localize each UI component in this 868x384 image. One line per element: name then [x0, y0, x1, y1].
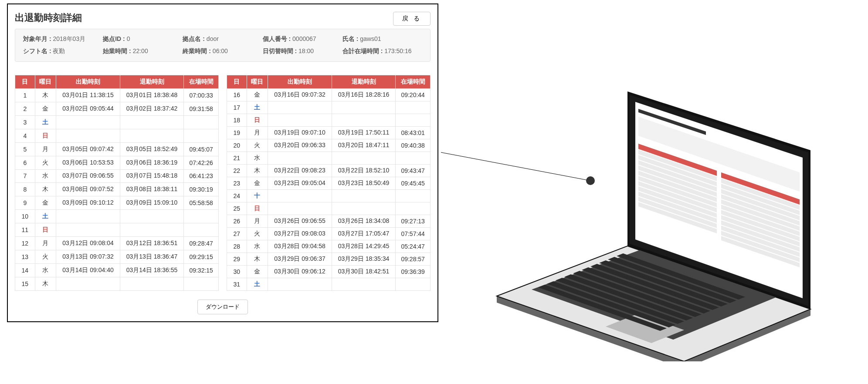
cell-in: 03月01日 11:38:15	[56, 89, 120, 102]
cell-out	[120, 223, 184, 237]
cell-dur: 06:41:23	[184, 169, 219, 183]
table-row: 8木03月08日 09:07:5203月08日 18:38:1109:30:19	[15, 183, 219, 196]
cell-dur: 09:30:19	[184, 183, 219, 196]
cell-in	[268, 202, 332, 215]
cell-in: 03月14日 09:04:40	[56, 263, 120, 277]
back-button[interactable]: 戻 る	[393, 12, 431, 26]
cell-out: 03月14日 18:36:55	[120, 263, 184, 277]
cell-dow: 水	[35, 263, 56, 277]
cell-dur: 07:57:44	[396, 228, 431, 240]
cell-out: 03月23日 18:50:49	[332, 177, 396, 190]
table-row: 18日	[227, 114, 431, 127]
table-row: 25日	[227, 202, 431, 215]
cell-dow: 月	[247, 215, 268, 228]
cell-day: 17	[227, 101, 247, 114]
table-row: 17土	[227, 101, 431, 114]
meta-value: 2018年03月	[53, 35, 85, 42]
table-row: 19月03月19日 09:07:1003月19日 17:50:1108:43:0…	[227, 127, 431, 139]
cell-dur	[184, 223, 219, 237]
table-row: 26月03月26日 09:06:5503月26日 18:34:0809:27:1…	[227, 215, 431, 228]
cell-dur	[184, 115, 219, 129]
cell-dur: 09:28:47	[184, 237, 219, 250]
cell-dow: 火	[35, 156, 56, 169]
cell-dur	[396, 190, 431, 202]
table-row: 27火03月27日 09:08:0303月27日 17:05:4707:57:4…	[227, 228, 431, 240]
cell-dow: 木	[35, 277, 56, 290]
cell-dur: 05:58:58	[184, 196, 219, 210]
meta-cell: 拠点ID : 0	[103, 35, 183, 43]
meta-cell: 始業時間 : 22:00	[103, 47, 183, 55]
cell-day: 1	[15, 89, 35, 102]
meta-cell: 拠点名 : door	[183, 35, 262, 43]
meta-label: 拠点名 :	[183, 35, 206, 42]
cell-out: 03月27日 17:05:47	[332, 228, 396, 240]
meta-value: door	[207, 35, 219, 42]
download-button[interactable]: ダウンロード	[197, 300, 248, 314]
cell-out: 03月29日 18:35:34	[332, 253, 396, 266]
cell-in	[56, 129, 120, 142]
meta-label: 拠点ID :	[103, 35, 126, 42]
cell-in	[56, 115, 120, 129]
cell-in	[268, 101, 332, 114]
cell-dur: 09:32:15	[184, 263, 219, 277]
cell-dow: 金	[247, 177, 268, 190]
cell-day: 2	[15, 102, 35, 115]
col-dur: 在場時間	[184, 75, 219, 89]
cell-out: 03月01日 18:38:48	[120, 89, 184, 102]
cell-dow: 木	[35, 183, 56, 196]
cell-dur	[396, 152, 431, 165]
cell-day: 12	[15, 237, 35, 250]
cell-day: 21	[227, 152, 247, 165]
cell-day: 24	[227, 190, 247, 202]
cell-day: 10	[15, 210, 35, 223]
cell-out: 03月13日 18:36:47	[120, 250, 184, 264]
cell-dur: 09:29:15	[184, 250, 219, 264]
meta-label: 終業時間 :	[183, 47, 212, 54]
meta-label: 始業時間 :	[103, 47, 132, 54]
cell-dow: 金	[247, 89, 268, 101]
cell-dow: 金	[35, 102, 56, 115]
cell-day: 15	[15, 277, 35, 290]
cell-in: 03月05日 09:07:42	[56, 142, 120, 156]
meta-cell: 日切替時間 : 18:00	[263, 47, 342, 55]
table-row: 11日	[15, 223, 219, 237]
connector-dot	[586, 176, 595, 185]
cell-day: 18	[227, 114, 247, 127]
meta-value: gaws01	[360, 35, 381, 42]
cell-dur	[184, 210, 219, 223]
cell-dur: 07:00:33	[184, 89, 219, 102]
cell-in: 03月16日 09:07:32	[268, 89, 332, 101]
table-row: 23金03月23日 09:05:0403月23日 18:50:4909:45:4…	[227, 177, 431, 190]
cell-in	[56, 210, 120, 223]
cell-day: 4	[15, 129, 35, 142]
cell-out: 03月20日 18:47:11	[332, 139, 396, 152]
cell-out	[332, 152, 396, 165]
cell-dur: 09:40:38	[396, 139, 431, 152]
attendance-detail-panel: 出退勤時刻詳細 戻 る 対象年月 : 2018年03月拠点ID : 0拠点名 :…	[7, 3, 438, 322]
table-row: 15木	[15, 277, 219, 290]
cell-dow: 日	[247, 202, 268, 215]
table-row: 16金03月16日 09:07:3203月16日 18:28:1609:20:4…	[227, 89, 431, 101]
col-day: 日	[15, 75, 35, 89]
cell-out: 03月28日 14:29:45	[332, 240, 396, 253]
cell-out	[332, 202, 396, 215]
cell-in: 03月12日 09:08:04	[56, 237, 120, 250]
table-row: 4日	[15, 129, 219, 142]
meta-label: 日切替時間 :	[263, 47, 298, 54]
cell-dur: 09:31:58	[184, 102, 219, 115]
meta-value: 22:00	[133, 47, 148, 54]
cell-out: 03月06日 18:36:19	[120, 156, 184, 169]
cell-in	[268, 114, 332, 127]
cell-in: 03月02日 09:05:44	[56, 102, 120, 115]
table-row: 3土	[15, 115, 219, 129]
table-row: 20火03月20日 09:06:3303月20日 18:47:1109:40:3…	[227, 139, 431, 152]
table-row: 21水	[227, 152, 431, 165]
cell-day: 13	[15, 250, 35, 264]
meta-value: 0000067	[292, 35, 316, 42]
cell-in: 03月22日 09:08:23	[268, 165, 332, 177]
meta-value: 173:50:16	[384, 47, 411, 54]
col-in: 出勤時刻	[268, 75, 332, 89]
cell-out: 03月09日 15:09:10	[120, 196, 184, 210]
cell-day: 11	[15, 223, 35, 237]
cell-dur: 09:27:13	[396, 215, 431, 228]
